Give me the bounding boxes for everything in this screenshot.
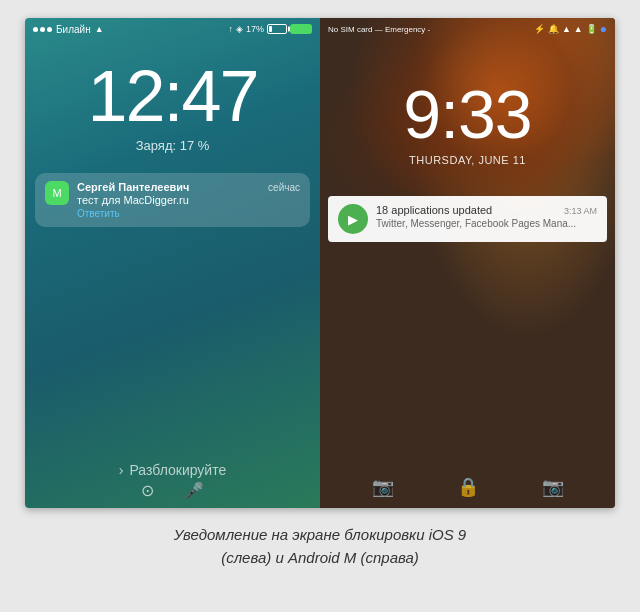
android-battery-icon: 🔋 [586, 24, 597, 34]
android-camera2-icon[interactable]: 📷 [542, 476, 564, 498]
ios-status-right: ↑ ◈ 17% [228, 24, 312, 34]
ios-signal-dots [33, 27, 52, 32]
ios-unlock-bar[interactable]: › Разблокируйте [25, 462, 320, 478]
android-notif-title: 18 applications updated [376, 204, 492, 216]
android-lock-icon[interactable]: 🔒 [457, 476, 479, 498]
android-notif-time: 3:13 AM [564, 206, 597, 216]
android-side: No SIM card — Emergency - ⚡ 🔔 ▲ ▲ 🔋 ● 9:… [320, 18, 615, 508]
ios-green-indicator [290, 24, 312, 34]
android-camera-icon[interactable]: 📷 [372, 476, 394, 498]
android-user-icon: ● [600, 22, 607, 36]
ios-mic-icon[interactable]: 🎤 [184, 481, 204, 500]
ios-side: Билайн ▲ ↑ ◈ 17% 12:47 Заряд: 17 % M [25, 18, 320, 508]
android-date: THURSDAY, JUNE 11 [320, 154, 615, 166]
android-time-section: 9:33 THURSDAY, JUNE 11 [320, 40, 615, 166]
ios-battery-percent: 17% [246, 24, 264, 34]
ios-notification: M Сергей Пантелеевич сейчас тест для Mac… [35, 173, 310, 227]
android-notif-body: Twitter, Messenger, Facebook Pages Mana.… [376, 218, 597, 229]
bluetooth-icon: ⚡ [534, 24, 545, 34]
screenshot-container: Билайн ▲ ↑ ◈ 17% 12:47 Заряд: 17 % M [25, 18, 615, 508]
chevron-right-icon: › [119, 462, 124, 478]
ios-notif-app-icon: M [52, 187, 61, 199]
caption: Уведомление на экране блокировки iOS 9 (… [174, 524, 466, 569]
android-notif-icon: ▶ [338, 204, 368, 234]
ios-status-bar: Билайн ▲ ↑ ◈ 17% [25, 18, 320, 40]
android-status-right: ⚡ 🔔 ▲ ▲ 🔋 ● [534, 22, 607, 36]
ios-notif-time: сейчас [268, 182, 300, 193]
ios-battery-icon [267, 24, 287, 34]
android-notif-content: 18 applications updated 3:13 AM Twitter,… [376, 204, 597, 234]
ios-carrier: Билайн [56, 24, 91, 35]
wifi-icon: ▲ [95, 24, 104, 34]
android-clock: 9:33 [320, 80, 615, 148]
android-notif-header: 18 applications updated 3:13 AM [376, 204, 597, 216]
ios-notif-content: Сергей Пантелеевич сейчас тест для MacDi… [77, 181, 300, 219]
android-signal-icon: ▲ [562, 24, 571, 34]
ios-notif-title: тест для MacDigger.ru [77, 194, 300, 206]
android-wifi-icon: ▲ [574, 24, 583, 34]
ios-camera-icon[interactable]: ⊙ [141, 481, 154, 500]
ios-unlock-text: Разблокируйте [129, 462, 226, 478]
ios-clock: 12:47 [25, 60, 320, 132]
caption-line2: (слева) и Android M (справа) [174, 547, 466, 570]
ios-status-left: Билайн ▲ [33, 24, 104, 35]
android-content: No SIM card — Emergency - ⚡ 🔔 ▲ ▲ 🔋 ● 9:… [320, 18, 615, 508]
ios-notif-sender: Сергей Пантелеевич [77, 181, 189, 193]
ios-charge-text: Заряд: 17 % [25, 138, 320, 153]
ios-time-main: 12:47 Заряд: 17 % [25, 60, 320, 153]
ios-notif-reply[interactable]: Ответить [77, 208, 300, 219]
ios-notif-header: Сергей Пантелеевич сейчас [77, 181, 300, 193]
android-status-bar: No SIM card — Emergency - ⚡ 🔔 ▲ ▲ 🔋 ● [320, 18, 615, 40]
ios-arrow-icon: ↑ [228, 24, 233, 34]
ios-notif-icon: M [45, 181, 69, 205]
android-notification: ▶ 18 applications updated 3:13 AM Twitte… [328, 196, 607, 242]
caption-line1: Уведомление на экране блокировки iOS 9 [174, 524, 466, 547]
ios-bottom-icons: ⊙ 🎤 [25, 481, 320, 500]
android-bottom-icons: 📷 🔒 📷 [320, 476, 615, 498]
ios-location-icon: ◈ [236, 24, 243, 34]
android-volume-icon: 🔔 [548, 24, 559, 34]
android-status-text: No SIM card — Emergency - [328, 25, 430, 34]
android-play-store-icon: ▶ [348, 212, 358, 227]
